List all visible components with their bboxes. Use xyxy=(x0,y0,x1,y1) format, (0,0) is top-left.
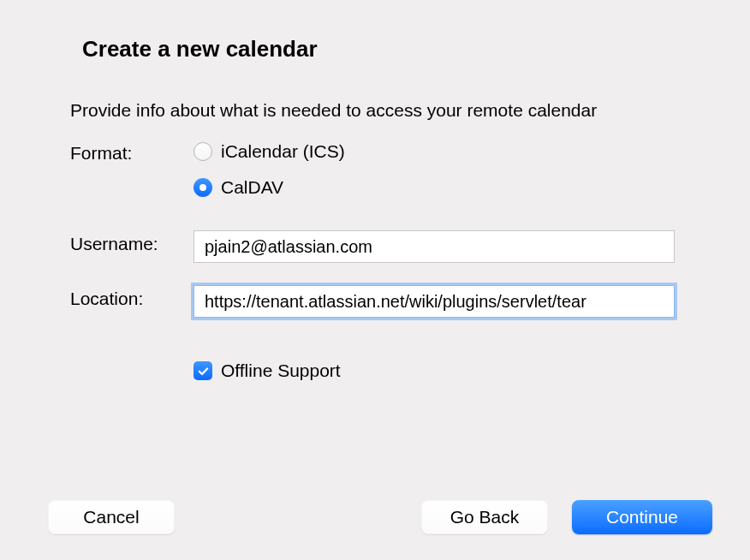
continue-button[interactable]: Continue xyxy=(572,500,712,534)
button-bar: Cancel Go Back Continue xyxy=(0,500,750,534)
radio-icalendar[interactable] xyxy=(193,142,212,161)
location-label: Location: xyxy=(70,285,193,309)
check-icon xyxy=(197,365,210,378)
format-radio-group: iCalendar (ICS) CalDAV xyxy=(193,140,700,198)
username-input[interactable] xyxy=(193,230,675,263)
username-label: Username: xyxy=(70,230,193,254)
radio-icalendar-label: iCalendar (ICS) xyxy=(221,141,345,162)
dialog-subtitle: Provide info about what is needed to acc… xyxy=(70,100,700,121)
cancel-button[interactable]: Cancel xyxy=(48,500,175,534)
calendar-form: Format: iCalendar (ICS) CalDAV Username:… xyxy=(70,140,700,381)
radio-caldav[interactable] xyxy=(193,178,212,197)
offline-support-checkbox[interactable] xyxy=(193,361,212,380)
go-back-button[interactable]: Go Back xyxy=(421,500,548,534)
location-input[interactable] xyxy=(193,285,675,318)
radio-caldav-label: CalDAV xyxy=(221,177,283,198)
offline-support-label: Offline Support xyxy=(221,360,341,381)
format-label: Format: xyxy=(70,140,193,164)
dialog-title: Create a new calendar xyxy=(82,36,700,63)
